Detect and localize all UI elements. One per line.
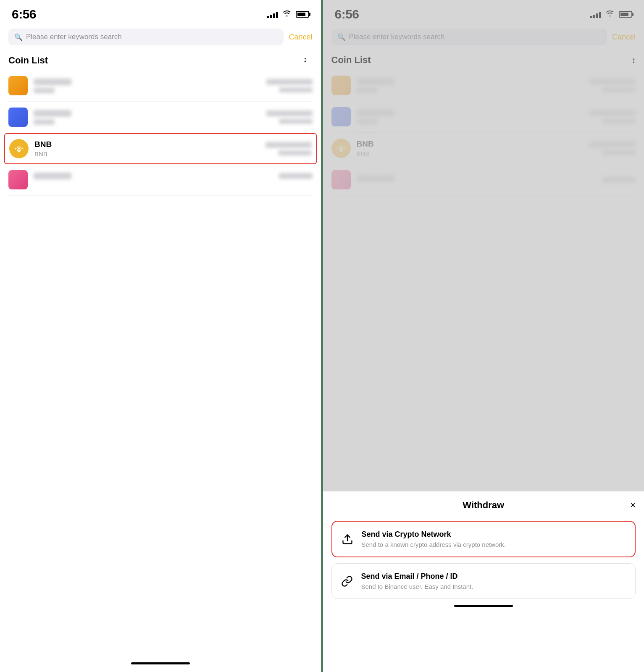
coin-price-blur bbox=[266, 110, 313, 116]
coin-list-header-left: Coin List ↕ bbox=[0, 49, 321, 70]
status-bar-left: 6:56 bbox=[0, 0, 321, 25]
time-left: 6:56 bbox=[12, 7, 36, 21]
coin-price-blur bbox=[279, 173, 313, 179]
coin-list-left: BNB BNB bbox=[0, 70, 321, 366]
sort-icon-left[interactable]: ↕ bbox=[303, 55, 313, 66]
list-item[interactable] bbox=[8, 164, 313, 196]
coin-sym-blur bbox=[34, 119, 55, 125]
wifi-icon bbox=[282, 10, 292, 19]
coin-value bbox=[266, 79, 313, 92]
withdraw-modal: Withdraw × Send via Crypto Network Send … bbox=[323, 491, 644, 672]
crypto-option-desc: Send to a known crypto address via crypt… bbox=[362, 541, 506, 548]
coin-avatar bbox=[8, 76, 28, 95]
coin-info bbox=[34, 173, 279, 187]
coin-change-blur bbox=[279, 87, 313, 92]
crypto-network-option[interactable]: Send via Crypto Network Send to a known … bbox=[331, 521, 636, 557]
status-icons-left bbox=[267, 10, 309, 19]
list-item[interactable] bbox=[8, 102, 313, 133]
battery-icon bbox=[296, 11, 309, 18]
list-item-bnb[interactable]: BNB BNB bbox=[4, 133, 317, 164]
coin-list-title-left: Coin List bbox=[8, 55, 48, 66]
coin-symbol-bnb: BNB bbox=[34, 150, 265, 158]
coin-name-blur bbox=[34, 79, 71, 85]
list-item[interactable] bbox=[8, 70, 313, 102]
crypto-option-title: Send via Crypto Network bbox=[362, 530, 506, 539]
email-option-title: Send via Email / Phone / ID bbox=[361, 572, 473, 581]
svg-text:↕: ↕ bbox=[303, 55, 307, 64]
coin-name-bnb: BNB bbox=[34, 140, 265, 149]
search-bar-left[interactable]: 🔍 Please enter keywords search Cancel bbox=[0, 25, 321, 49]
email-option-text: Send via Email / Phone / ID Send to Bina… bbox=[361, 572, 473, 590]
crypto-option-text: Send via Crypto Network Send to a known … bbox=[362, 530, 506, 548]
coin-name-blur bbox=[34, 173, 71, 179]
coin-info bbox=[34, 110, 266, 125]
coin-info-bnb: BNB BNB bbox=[34, 140, 265, 158]
modal-header: Withdraw × bbox=[331, 500, 636, 511]
coin-sym-blur bbox=[34, 88, 55, 93]
coin-price-blur bbox=[266, 79, 313, 85]
bnb-icon bbox=[9, 139, 29, 158]
coin-value bbox=[279, 173, 313, 186]
search-placeholder-left: Please enter keywords search bbox=[26, 33, 122, 41]
search-icon-left: 🔍 bbox=[14, 33, 23, 41]
upload-icon bbox=[340, 532, 355, 547]
signal-icon bbox=[267, 10, 278, 18]
cancel-button-left[interactable]: Cancel bbox=[289, 33, 312, 42]
coin-avatar bbox=[8, 108, 28, 127]
search-input-left[interactable]: 🔍 Please enter keywords search bbox=[8, 29, 284, 45]
coin-avatar bbox=[8, 170, 28, 189]
coin-value-bnb bbox=[265, 142, 312, 155]
coin-change-blur bbox=[279, 119, 313, 124]
link-icon bbox=[339, 574, 355, 589]
coin-value bbox=[266, 110, 313, 124]
coin-change-blur bbox=[278, 150, 312, 155]
home-indicator-left bbox=[131, 662, 190, 664]
right-panel: 6:56 🔍 Please enter keywords search Canc… bbox=[323, 0, 644, 672]
email-option-desc: Send to Binance user. Easy and Instant. bbox=[361, 583, 473, 590]
coin-name-blur bbox=[34, 110, 71, 117]
left-panel: 6:56 🔍 Please enter keywords search Canc… bbox=[0, 0, 321, 672]
email-phone-option[interactable]: Send via Email / Phone / ID Send to Bina… bbox=[331, 563, 636, 599]
overlay-dim bbox=[323, 0, 644, 491]
coin-info bbox=[34, 79, 266, 93]
coin-price-blur bbox=[265, 142, 312, 148]
modal-title: Withdraw bbox=[463, 500, 504, 511]
close-button[interactable]: × bbox=[630, 500, 636, 511]
home-indicator-right bbox=[454, 605, 513, 607]
